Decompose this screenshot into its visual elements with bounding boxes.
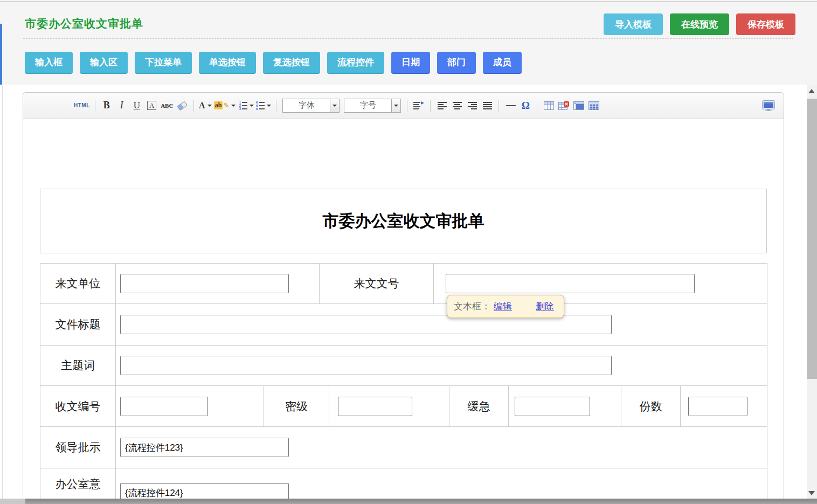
align-left-icon (438, 102, 447, 109)
approval-form-table: 来文单位 来文文号 文件标题 主题词 (40, 263, 767, 504)
receipt-number-input[interactable] (120, 397, 208, 416)
urgency-input[interactable] (515, 397, 590, 416)
header-divider (23, 38, 793, 39)
special-char-button[interactable]: Ω (519, 99, 532, 113)
horizontal-rule-button[interactable]: — (504, 99, 517, 113)
edit-link[interactable]: 编辑 (494, 300, 512, 313)
toolbar-separator (430, 100, 431, 112)
leader-comments-input[interactable] (120, 438, 289, 457)
receipt-number-cell (116, 386, 264, 426)
font-family-dropdown-button[interactable] (330, 99, 340, 113)
import-template-button[interactable]: 导入模板 (604, 13, 663, 35)
fullscreen-button[interactable] (762, 99, 775, 113)
bold-icon[interactable]: B (100, 99, 113, 113)
table-cell-props-button[interactable] (572, 99, 585, 113)
delete-link[interactable]: 删除 (536, 300, 554, 313)
widget-member-button[interactable]: 成员 (483, 52, 522, 74)
widget-department-button[interactable]: 部门 (437, 52, 476, 74)
widget-date-button[interactable]: 日期 (391, 52, 430, 74)
eraser-glyph (176, 101, 188, 111)
copies-label: 份数 (621, 386, 681, 426)
align-right-icon (468, 102, 477, 109)
bullet-list-button[interactable] (256, 99, 271, 113)
urgency-cell (509, 386, 621, 426)
editor-content[interactable]: 市委办公室收文审批单 来文单位 来文文号 文件标题 主题词 (23, 189, 784, 504)
table-icon (544, 101, 554, 110)
ordered-list-icon: 1 2 3 (238, 101, 247, 110)
toolbar-separator (537, 100, 537, 112)
doc-title-label: 文件标题 (40, 304, 116, 345)
top-edge-line-2 (0, 4, 817, 4)
widget-toolbar: 输入框 输入区 下拉菜单 单选按钮 复选按钮 流程控件 日期 部门 成员 (25, 52, 522, 74)
scrollbar-thumb[interactable] (807, 99, 817, 379)
source-unit-label: 来文单位 (40, 264, 116, 303)
scroll-down-arrow-icon[interactable] (808, 491, 815, 495)
italic-icon[interactable]: I (115, 99, 128, 113)
source-unit-input[interactable] (120, 274, 289, 293)
monitor-icon (762, 100, 775, 111)
widget-radio-button[interactable]: 单选按钮 (199, 52, 256, 74)
toolbar-separator (276, 100, 276, 112)
chevron-down-icon (250, 105, 254, 107)
header-actions: 导入模板 在线预览 保存模板 (604, 13, 795, 35)
font-family-value: 字体 (282, 99, 330, 113)
save-template-button[interactable]: 保存模板 (736, 13, 795, 35)
font-color-button[interactable]: A (199, 99, 212, 113)
form-title-box: 市委办公室收文审批单 (40, 189, 767, 253)
widget-dropdown-button[interactable]: 下拉菜单 (135, 52, 192, 74)
table-grid-button[interactable] (587, 99, 600, 113)
font-family-select[interactable]: 字体 (282, 99, 340, 113)
strikethrough-icon[interactable]: ABC (161, 99, 174, 113)
online-preview-button[interactable]: 在线预览 (670, 13, 729, 35)
doc-number-input[interactable] (446, 274, 695, 293)
underline-icon[interactable]: U (130, 99, 143, 113)
table-row: 文件标题 (40, 304, 767, 346)
pencil-icon: ✎ (223, 101, 229, 109)
insert-table-button[interactable] (542, 99, 555, 113)
widget-flow-control-button[interactable]: 流程控件 (327, 52, 384, 74)
indent-button[interactable] (412, 99, 425, 113)
toolbar-separator (95, 100, 95, 112)
widget-input-box-button[interactable]: 输入框 (25, 52, 73, 74)
form-title: 市委办公室收文审批单 (323, 210, 484, 232)
html-source-button[interactable]: HTML (74, 99, 90, 113)
align-justify-icon (483, 102, 492, 109)
align-center-icon (453, 102, 462, 109)
subject-words-input[interactable] (120, 356, 612, 375)
toolbar-separator (407, 100, 407, 112)
copies-input[interactable] (688, 397, 747, 416)
page-title: 市委办公室收文审批单 (25, 16, 143, 31)
widget-checkbox-button[interactable]: 复选按钮 (263, 52, 320, 74)
align-justify-button[interactable] (481, 99, 494, 113)
delete-table-button[interactable] (557, 99, 570, 113)
widget-type-label: 文本框： (454, 300, 490, 313)
subject-words-label: 主题词 (40, 346, 116, 385)
align-right-button[interactable] (466, 99, 479, 113)
highlight-color-button[interactable]: ab ✎ (214, 99, 236, 113)
subject-words-cell (116, 346, 767, 385)
secrecy-level-input[interactable] (338, 397, 412, 416)
indent-icon (413, 101, 424, 110)
scroll-up-arrow-icon[interactable] (808, 89, 815, 93)
chevron-down-icon (333, 105, 337, 107)
header-panel: 市委办公室收文审批单 导入模板 在线预览 保存模板 输入框 输入区 下拉菜单 单… (0, 0, 817, 85)
delete-table-icon (558, 101, 569, 110)
table-cell-props-icon (573, 101, 584, 110)
copies-cell (681, 386, 767, 426)
align-left-button[interactable] (435, 99, 448, 113)
table-row: 收文编号 密级 缓急 份数 (40, 386, 767, 427)
table-row: 主题词 (40, 346, 767, 386)
char-style-icon[interactable]: A (146, 99, 158, 113)
font-size-select[interactable]: 字号 (344, 99, 401, 113)
remove-format-eraser-icon[interactable] (176, 99, 189, 113)
table-grid-icon (588, 101, 599, 110)
font-size-dropdown-button[interactable] (391, 99, 401, 113)
chevron-down-icon (207, 105, 212, 107)
bottom-edge-bar (0, 499, 817, 504)
align-center-button[interactable] (451, 99, 463, 113)
source-unit-cell (116, 264, 320, 303)
table-row: 来文单位 来文文号 (40, 264, 767, 304)
widget-input-area-button[interactable]: 输入区 (80, 52, 128, 74)
vertical-scrollbar[interactable] (807, 85, 817, 504)
ordered-list-button[interactable]: 1 2 3 (238, 99, 254, 113)
